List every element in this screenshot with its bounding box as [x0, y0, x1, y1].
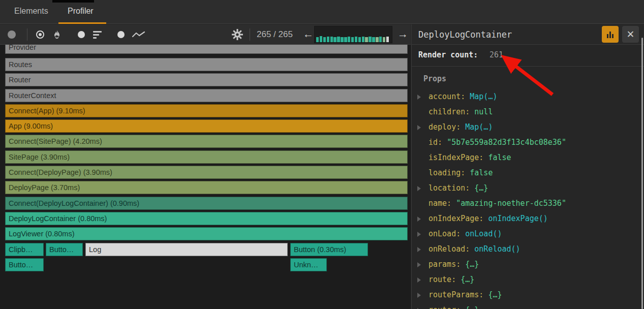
expand-triangle-icon[interactable]	[417, 277, 421, 283]
prev-snapshot-arrow[interactable]: ←	[303, 24, 314, 45]
commit-bar[interactable]	[355, 37, 357, 42]
prop-value: false	[470, 168, 493, 177]
prop-row[interactable]: children: null	[412, 104, 644, 119]
prop-row[interactable]: id: "5b7e559a82d3f13c4bc08e36"	[412, 135, 644, 150]
prop-key: location: {…}	[428, 180, 488, 196]
flame-bar[interactable]: Button (0.30ms)	[290, 243, 368, 256]
prop-value: onLoad()	[465, 229, 502, 238]
prop-key: onLoad: onLoad()	[428, 226, 502, 241]
commit-bar[interactable]	[348, 37, 350, 42]
prop-row[interactable]: onLoad: onLoad()	[412, 226, 644, 241]
ranked-radio[interactable]	[78, 31, 85, 38]
gear-icon[interactable]	[232, 29, 243, 40]
flame-bar[interactable]: Butto…	[5, 258, 44, 271]
prop-value: Map(…)	[465, 122, 493, 132]
commit-bar[interactable]	[362, 37, 364, 42]
prop-key: name: "amazing-noether-dc5336"	[428, 196, 566, 211]
flame-bar[interactable]: DeployLogContainer (0.80ms)	[5, 212, 408, 225]
record-icon[interactable]	[8, 30, 16, 39]
prop-row[interactable]: onIndexPage: onIndexPage()	[412, 211, 644, 226]
commit-bar[interactable]	[369, 37, 371, 42]
commit-bar[interactable]	[383, 37, 385, 42]
expand-triangle-icon[interactable]	[417, 247, 421, 252]
flame-bar[interactable]: SitePage (3.90ms)	[5, 150, 408, 164]
commit-selector-chart[interactable]	[314, 26, 392, 43]
expand-triangle-icon[interactable]	[417, 293, 421, 298]
prop-value: {…}	[465, 305, 479, 309]
prop-value: {…}	[465, 260, 479, 269]
commit-bar[interactable]	[337, 37, 340, 42]
commit-bar[interactable]	[379, 37, 382, 42]
commit-bar[interactable]	[376, 37, 378, 42]
interactions-icon[interactable]	[132, 30, 145, 39]
flame-bar[interactable]: LogViewer (0.80ms)	[5, 227, 408, 240]
flame-bar[interactable]: DeployPage (3.70ms)	[5, 181, 408, 194]
commit-bar[interactable]	[386, 37, 389, 42]
flame-bar[interactable]: Routes	[5, 58, 408, 71]
flame-bar[interactable]: Connect(SitePage) (4.20ms)	[5, 135, 408, 148]
flame-bar[interactable]: App (9.00ms)	[5, 119, 408, 133]
commit-bar[interactable]	[333, 37, 336, 42]
prop-row[interactable]: name: "amazing-noether-dc5336"	[412, 196, 644, 211]
flame-bar[interactable]: Butto…	[46, 243, 83, 256]
flame-bar[interactable]: Log	[85, 243, 288, 256]
prop-key: children: null	[428, 104, 493, 119]
interactions-radio[interactable]	[117, 31, 125, 38]
prop-value: Map(…)	[470, 92, 497, 101]
prop-row[interactable]: location: {…}	[412, 180, 644, 196]
ranked-icon[interactable]	[93, 31, 102, 40]
flame-bar[interactable]: Unkn…	[290, 258, 327, 271]
scrollbar-thumb[interactable]	[641, 38, 643, 309]
prop-row[interactable]: router: {…}	[412, 302, 644, 309]
commit-bar[interactable]	[344, 37, 347, 42]
expand-triangle-icon[interactable]	[417, 232, 421, 237]
prop-row[interactable]: routeParams: {…}	[412, 287, 644, 302]
next-snapshot-arrow[interactable]: →	[397, 24, 408, 45]
prop-row[interactable]: params: {…}	[412, 257, 644, 272]
expand-triangle-icon[interactable]	[417, 95, 421, 100]
commit-bar[interactable]	[327, 37, 329, 42]
prop-row[interactable]: loading: false	[412, 165, 644, 180]
devtools-tab-bar: Elements Profiler	[0, 0, 644, 24]
commit-bar[interactable]	[320, 36, 322, 42]
commit-bar[interactable]	[365, 37, 367, 42]
commit-bar[interactable]	[330, 37, 333, 42]
commit-bar[interactable]	[358, 37, 361, 42]
flame-bar[interactable]: Connect(DeployLogContainer) (0.90ms)	[5, 197, 408, 210]
prop-key: loading: false	[428, 165, 493, 180]
prop-value: {…}	[474, 183, 488, 193]
commit-bar[interactable]	[372, 37, 375, 42]
commit-bar[interactable]	[341, 37, 343, 42]
prop-key: isIndexPage: false	[428, 150, 511, 165]
tab-profiler[interactable]: Profiler	[68, 7, 94, 16]
tab-elements[interactable]: Elements	[14, 7, 48, 16]
prop-row[interactable]: onReload: onReload()	[412, 241, 644, 257]
commit-bar[interactable]	[316, 37, 319, 42]
active-tab-underline	[58, 22, 106, 24]
flame-bar[interactable]: Provider	[5, 45, 408, 54]
expand-triangle-icon[interactable]	[417, 125, 421, 130]
flamechart-radio[interactable]	[36, 30, 44, 39]
flame-bar[interactable]: RouterContext	[5, 89, 408, 102]
prop-row[interactable]: route: {…}	[412, 272, 644, 287]
flame-bar[interactable]: Connect(DeployPage) (3.90ms)	[5, 166, 408, 179]
flame-icon[interactable]	[52, 29, 62, 40]
toolbar-divider	[27, 28, 27, 41]
flame-bar[interactable]: Router	[5, 73, 408, 86]
flame-bar[interactable]: Connect(App) (9.10ms)	[5, 104, 408, 117]
expand-triangle-icon[interactable]	[417, 262, 421, 267]
prop-value: {…}	[488, 290, 502, 299]
commit-bar[interactable]	[323, 37, 326, 42]
expand-triangle-icon[interactable]	[417, 217, 421, 222]
component-title: DeployLogContainer	[418, 24, 512, 45]
expand-triangle-icon[interactable]	[417, 186, 421, 191]
render-chart-button[interactable]	[602, 26, 619, 43]
prop-row[interactable]: deploy: Map(…)	[412, 119, 644, 135]
close-icon[interactable]: ✕	[622, 26, 639, 43]
flame-bar[interactable]: Clipb…	[5, 243, 44, 256]
flame-graph: ProviderRoutesRouterRouterContextConnect…	[0, 45, 411, 309]
prop-row[interactable]: account: Map(…)	[412, 89, 644, 104]
prop-key: onIndexPage: onIndexPage()	[428, 211, 548, 226]
prop-row[interactable]: isIndexPage: false	[412, 150, 644, 165]
commit-bar[interactable]	[351, 37, 354, 42]
